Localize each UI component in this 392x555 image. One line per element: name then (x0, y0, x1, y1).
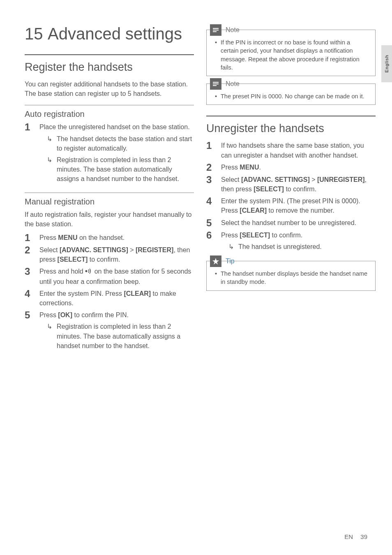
step-body: Select the handset number to be unregist… (221, 218, 376, 228)
step-item: 1 If two handsets share the same base st… (206, 141, 376, 160)
step-number: 4 (25, 289, 39, 308)
step-item: 1 Press MENU on the handset. (25, 233, 194, 243)
step-item: 4 Enter the system PIN. Press [CLEAR] to… (25, 289, 194, 308)
right-column: Note •If the PIN is incorrect or no base… (206, 25, 376, 355)
step-body: Select [ADVANC. SETTINGS] > [REGISTER], … (39, 245, 194, 264)
svg-rect-4 (213, 82, 219, 83)
note-label: Note (226, 80, 240, 88)
result-item: ↳ The handset detects the base station a… (47, 134, 194, 153)
step-number: 1 (206, 141, 221, 160)
result-arrow-icon: ↳ (47, 134, 57, 153)
tip-icon (210, 255, 221, 267)
chapter-title: 15Advanced settings (25, 25, 194, 43)
divider (25, 105, 194, 105)
note-callout: Note •If the PIN is incorrect or no base… (206, 30, 376, 76)
step-number: 2 (25, 245, 39, 264)
tip-callout: Tip •The handset number displays beside … (206, 261, 376, 291)
step-number: 1 (25, 233, 39, 243)
step-number: 5 (25, 310, 39, 353)
step-number: 2 (206, 163, 221, 172)
subsection-intro: If auto registration fails, register you… (25, 210, 194, 229)
step-body: Press MENU on the handset. (39, 233, 194, 243)
step-item: 5 Press [OK] to confirm the PIN. ↳ Regis… (25, 310, 194, 353)
subsection-heading: Manual registration (25, 197, 194, 207)
step-item: 4 Enter the system PIN. (The preset PIN … (206, 196, 376, 215)
step-body: Enter the system PIN. (The preset PIN is… (221, 196, 376, 215)
paging-icon (85, 267, 92, 276)
svg-rect-2 (213, 30, 219, 30)
step-body: Press MENU. (221, 163, 376, 172)
result-item: ↳ Registration is completed in less than… (47, 155, 194, 184)
step-item: 3 Press and hold on the base station for… (25, 267, 194, 286)
step-item: 2 Press MENU. (206, 163, 376, 172)
svg-rect-1 (213, 28, 219, 29)
section-intro: You can register additional handsets to … (25, 79, 194, 98)
result-arrow-icon: ↳ (47, 155, 57, 184)
result-item: ↳ The handset is unregistered. (228, 242, 376, 251)
step-number: 4 (206, 196, 221, 215)
page-content: 15Advanced settings Register the handset… (0, 0, 392, 363)
result-arrow-icon: ↳ (47, 322, 57, 351)
step-item: 6 Press [SELECT] to confirm. ↳ The hands… (206, 230, 376, 253)
step-item: 2 Select [ADVANC. SETTINGS] > [REGISTER]… (25, 245, 194, 264)
step-number: 3 (206, 175, 221, 194)
step-number: 5 (206, 218, 221, 228)
divider (206, 116, 376, 116)
step-number: 3 (25, 267, 39, 286)
divider (25, 54, 194, 55)
page-footer: EN 39 (344, 533, 367, 540)
section-heading: Register the handsets (25, 61, 194, 74)
result-arrow-icon: ↳ (228, 242, 238, 251)
menu-key: MENU (58, 234, 77, 241)
section-heading: Unregister the handsets (206, 122, 376, 135)
note-callout: Note •The preset PIN is 0000. No change … (206, 84, 376, 105)
language-side-tab: English (381, 45, 392, 82)
step-item: 3 Select [ADVANC. SETTINGS] > [UNREGISTE… (206, 175, 376, 194)
language-label: English (384, 55, 389, 72)
note-icon (210, 78, 221, 90)
divider (25, 193, 194, 193)
footer-lang: EN (344, 533, 353, 540)
left-column: 15Advanced settings Register the handset… (25, 25, 194, 355)
subsection-heading: Auto registration (25, 109, 194, 119)
footer-page: 39 (360, 533, 367, 540)
step-number: 6 (206, 230, 221, 253)
step-body: Press [SELECT] to confirm. ↳ The handset… (221, 230, 376, 253)
step-number: 1 (25, 122, 39, 186)
tip-text: The handset number displays beside the h… (221, 269, 369, 286)
step-body: Select [ADVANC. SETTINGS] > [UNREGISTER]… (221, 175, 376, 194)
step-body: Enter the system PIN. Press [CLEAR] to m… (39, 289, 194, 308)
note-text: The preset PIN is 0000. No change can be… (221, 92, 364, 100)
note-text: If the PIN is incorrect or no base is fo… (221, 38, 369, 72)
result-item: ↳ Registration is completed in less than… (47, 322, 194, 351)
step-item: 5 Select the handset number to be unregi… (206, 218, 376, 228)
step-body: If two handsets share the same base stat… (221, 141, 376, 160)
tip-label: Tip (226, 258, 235, 265)
svg-rect-5 (213, 84, 219, 84)
step-body: Press [OK] to confirm the PIN. ↳ Registr… (39, 310, 194, 353)
note-label: Note (226, 26, 240, 34)
svg-rect-3 (213, 31, 217, 32)
step-item: 1 Place the unregistered handset on the … (25, 122, 194, 186)
svg-point-0 (85, 270, 88, 272)
step-body: Press and hold on the base station for 5… (39, 267, 194, 286)
note-icon (210, 24, 221, 36)
step-body: Place the unregistered handset on the ba… (39, 122, 194, 186)
chapter-number: 15 (25, 25, 48, 43)
chapter-text: Advanced settings (48, 25, 182, 43)
svg-rect-6 (213, 85, 217, 86)
